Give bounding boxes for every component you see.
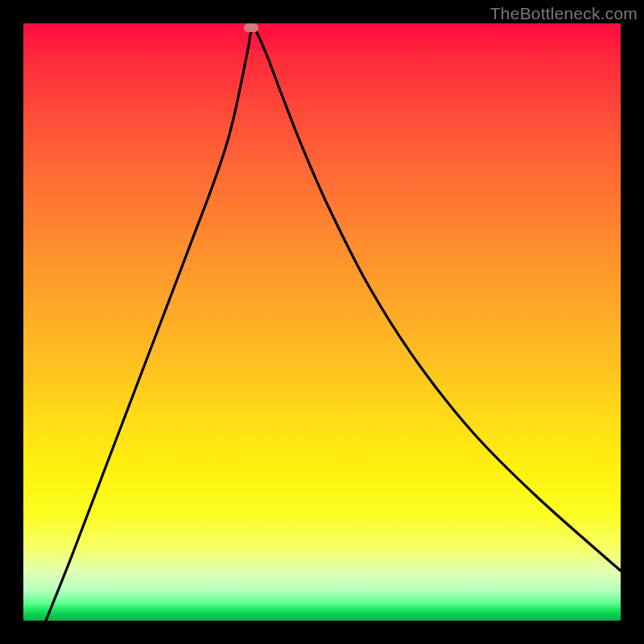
bottleneck-curve: [23, 23, 621, 621]
optimum-marker: [244, 23, 258, 32]
plot-area: [23, 23, 621, 621]
watermark-text: TheBottleneck.com: [490, 4, 638, 23]
chart-frame: TheBottleneck.com: [0, 0, 644, 644]
